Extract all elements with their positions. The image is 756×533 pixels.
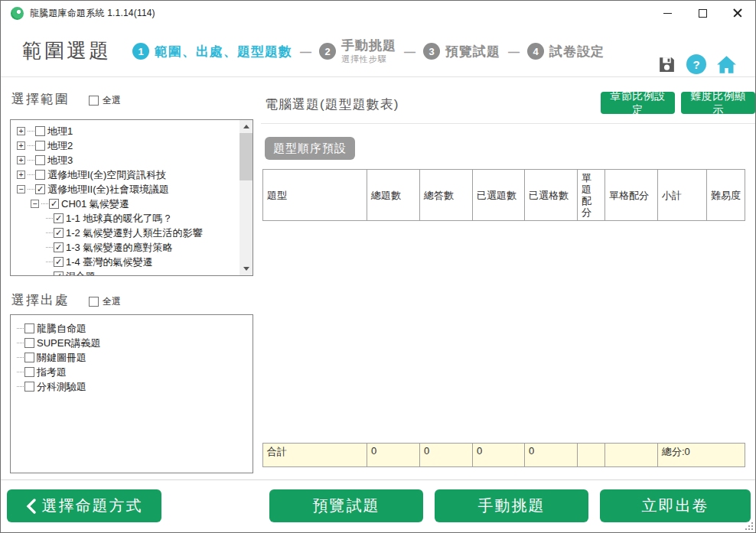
source-select-all[interactable]: 全選 — [89, 295, 121, 308]
scroll-up-icon[interactable] — [240, 120, 253, 133]
scope-tree: +地理1 +地理2 +地理3 +選修地理I(全)空間資訊科技 −✓選修地理II(… — [10, 119, 253, 276]
tree-item[interactable]: −✓CH01 氣候變遷 — [15, 197, 253, 211]
tree-item-label: 選修地理II(全)社會環境議題 — [47, 183, 169, 197]
preview-questions-button[interactable]: 預覽試題 — [269, 489, 423, 522]
chevron-left-icon — [26, 499, 36, 514]
wizard-steps: 1 範圍、出處、題型題數 — 2 手動挑題 選擇性步驟 — 3 預覽試題 — 4… — [132, 25, 604, 77]
scroll-down-icon[interactable] — [240, 262, 253, 275]
tree-checkbox[interactable]: ✓ — [35, 184, 45, 194]
tree-item-label: CH01 氣候變遷 — [61, 197, 129, 211]
source-select-all-checkbox[interactable] — [89, 297, 99, 307]
question-type-table: 題型 總題數 總答數 已選題數 已選格數 單題配分 單格配分 小計 難易度 合計… — [262, 169, 745, 467]
tree-item-label: 1-3 氣候變遷的應對策略 — [66, 241, 172, 255]
tree-guide — [17, 357, 24, 358]
step-separator: — — [508, 45, 520, 58]
list-item[interactable]: 分科測驗題 — [15, 379, 253, 394]
col-header: 題型 — [263, 170, 367, 221]
manual-pick-button[interactable]: 手動挑題 — [435, 489, 588, 522]
collapse-icon[interactable]: − — [31, 200, 39, 208]
window-title: 龍騰題庫命題系統 1.1.14(114) — [30, 7, 155, 20]
tree-item[interactable]: +地理2 — [15, 138, 253, 153]
step-3-label: 預覽試題 — [445, 43, 500, 60]
source-checkbox[interactable] — [24, 367, 34, 377]
tree-checkbox[interactable]: ✓ — [54, 242, 64, 252]
tree-checkbox[interactable] — [35, 170, 45, 180]
ratio-buttons: 章節比例設定 難度比例顯示 — [601, 92, 755, 114]
back-button[interactable]: 選擇命題方式 — [7, 489, 161, 522]
source-item-label: SUPER講義題 — [37, 336, 101, 350]
tree-item[interactable]: ✓1-3 氣候變遷的應對策略 — [15, 240, 253, 255]
source-checkbox[interactable] — [24, 382, 34, 392]
tree-guide — [28, 145, 34, 146]
scope-select-all[interactable]: 全選 — [89, 94, 121, 107]
tree-guide — [46, 247, 53, 248]
tree-checkbox[interactable]: ✓ — [54, 213, 64, 223]
tree-item[interactable]: ✓1-1 地球真的暖化了嗎？ — [15, 211, 253, 226]
save-icon[interactable] — [657, 55, 676, 74]
col-header: 已選題數 — [473, 170, 525, 221]
source-checkbox[interactable] — [24, 323, 34, 333]
source-item-label: 龍騰自命題 — [37, 322, 86, 336]
col-header: 單格配分 — [605, 170, 658, 221]
tree-guide — [28, 131, 34, 132]
source-checkbox[interactable] — [24, 338, 34, 348]
step-4-label: 試卷設定 — [549, 43, 604, 60]
resize-grip[interactable] — [745, 522, 753, 530]
tree-guide — [17, 328, 24, 329]
tree-checkbox[interactable] — [35, 141, 45, 151]
tree-item[interactable]: ✓1-4 臺灣的氣候變遷 — [15, 255, 253, 269]
collapse-icon[interactable]: − — [17, 185, 25, 193]
tree-item[interactable]: −✓選修地理II(全)社會環境議題 — [15, 182, 253, 197]
scope-select-all-label: 全選 — [103, 94, 121, 107]
step-3-badge: 3 — [423, 43, 440, 60]
tree-guide — [28, 160, 34, 161]
scope-select-all-checkbox[interactable] — [89, 96, 99, 106]
tree-item[interactable]: +選修地理I(全)空間資訊科技 — [15, 167, 253, 182]
tree-item[interactable]: ✓混合題 — [15, 269, 253, 276]
tree-item-label: 選修地理I(全)空間資訊科技 — [47, 168, 166, 182]
expand-icon[interactable]: + — [17, 141, 25, 150]
expand-icon[interactable]: + — [17, 127, 25, 135]
tree-checkbox[interactable]: ✓ — [49, 199, 59, 209]
maximize-button[interactable] — [685, 1, 720, 25]
chapter-ratio-button[interactable]: 章節比例設定 — [601, 92, 675, 114]
back-button-label: 選擇命題方式 — [42, 496, 143, 516]
minimize-button[interactable] — [650, 1, 685, 25]
footer: 選擇命題方式 預覽試題 手動挑題 立即出卷 — [1, 479, 755, 532]
summary-value: 0 — [525, 444, 578, 467]
source-checkbox[interactable] — [24, 353, 34, 362]
scrollbar-thumb[interactable] — [240, 133, 253, 180]
summary-value — [605, 444, 658, 467]
titlebar: 龍騰題庫命題系統 1.1.14(114) — [1, 1, 755, 25]
list-item[interactable]: SUPER講義題 — [15, 336, 253, 350]
tree-checkbox[interactable]: ✓ — [54, 228, 64, 238]
tree-checkbox[interactable]: ✓ — [54, 271, 64, 276]
tree-checkbox[interactable] — [35, 155, 45, 165]
list-item[interactable]: 關鍵圖冊題 — [15, 350, 253, 365]
table-header: 題型 總題數 總答數 已選題數 已選格數 單題配分 單格配分 小計 難易度 — [262, 169, 745, 221]
tree-item-label: 地理3 — [47, 154, 73, 167]
tree-checkbox[interactable]: ✓ — [54, 257, 64, 267]
difficulty-ratio-button[interactable]: 難度比例顯示 — [681, 92, 755, 114]
generate-paper-button[interactable]: 立即出卷 — [600, 489, 751, 522]
col-header: 單題配分 — [578, 170, 605, 221]
close-button[interactable] — [720, 1, 755, 25]
expand-icon[interactable]: + — [17, 156, 25, 164]
step-separator: — — [404, 45, 415, 58]
step-2-sublabel: 選擇性步驟 — [341, 54, 396, 65]
tree-scrollbar[interactable] — [240, 120, 253, 275]
tree-checkbox[interactable] — [35, 126, 45, 136]
list-item[interactable]: 指考題 — [15, 365, 253, 379]
list-item[interactable]: 龍騰自命題 — [15, 321, 253, 336]
help-icon[interactable]: ? — [686, 54, 706, 74]
expand-icon[interactable]: + — [17, 171, 25, 179]
step-2-badge: 2 — [319, 43, 336, 60]
tree-item-label: 地理1 — [47, 125, 73, 138]
tree-item[interactable]: +地理3 — [15, 153, 253, 167]
home-icon[interactable] — [716, 55, 737, 74]
tree-item[interactable]: +地理1 — [15, 124, 253, 138]
tree-guide — [17, 386, 24, 387]
tree-item[interactable]: ✓1-2 氣候變遷對人類生活的影響 — [15, 226, 253, 240]
order-preset-button[interactable]: 題型順序預設 — [265, 137, 355, 160]
step-separator: — — [300, 45, 311, 58]
